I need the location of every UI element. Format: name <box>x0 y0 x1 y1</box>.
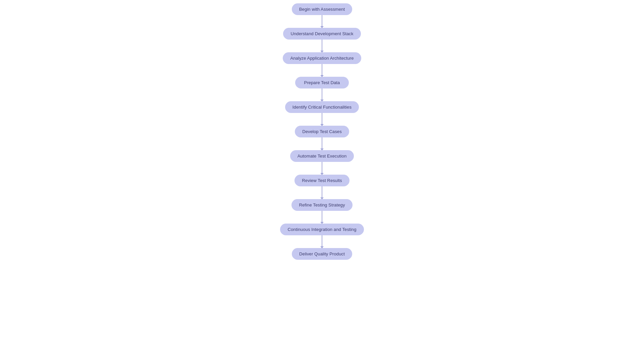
automate-test-execution[interactable]: Automate Test Execution <box>290 150 354 162</box>
connector-7 <box>322 186 322 199</box>
connector-4 <box>322 113 322 126</box>
connector-0 <box>322 15 322 28</box>
develop-test-cases[interactable]: Develop Test Cases <box>295 126 349 137</box>
connector-5 <box>322 137 322 150</box>
continuous-integration-and-testing[interactable]: Continuous Integration and Testing <box>280 224 364 235</box>
flowchart: Begin with AssessmentUnderstand Developm… <box>280 0 364 260</box>
connector-3 <box>322 88 322 101</box>
connector-2 <box>322 64 322 77</box>
review-test-results[interactable]: Review Test Results <box>294 175 349 186</box>
begin-with-assessment[interactable]: Begin with Assessment <box>292 3 352 15</box>
connector-1 <box>322 40 322 52</box>
connector-8 <box>322 211 322 224</box>
understand-development-stack[interactable]: Understand Development Stack <box>283 28 361 40</box>
identify-critical-functionalities[interactable]: Identify Critical Functionalities <box>285 101 359 113</box>
connector-6 <box>322 162 322 175</box>
refine-testing-strategy[interactable]: Refine Testing Strategy <box>291 199 352 211</box>
connector-9 <box>322 235 322 248</box>
prepare-test-data[interactable]: Prepare Test Data <box>295 77 349 88</box>
deliver-quality-product[interactable]: Deliver Quality Product <box>292 248 352 260</box>
analyze-application-architecture[interactable]: Analyze Application Architecture <box>283 52 361 64</box>
